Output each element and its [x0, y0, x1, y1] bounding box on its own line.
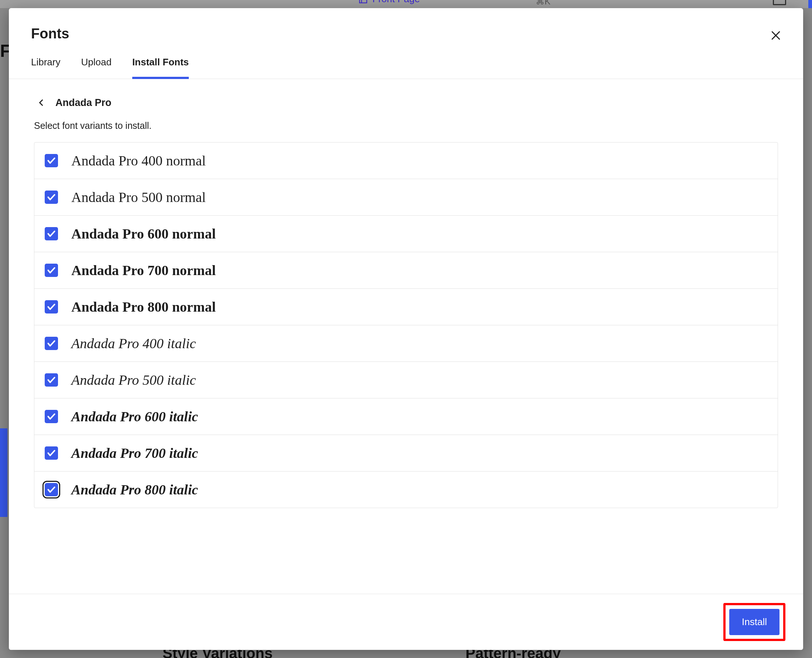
front-page-label: Front Page	[372, 0, 420, 5]
variant-row[interactable]: Andada Pro 700 italic	[35, 435, 777, 472]
variant-row[interactable]: Andada Pro 800 italic	[35, 472, 777, 508]
check-icon	[47, 338, 56, 348]
variant-checkbox[interactable]	[45, 264, 58, 277]
background-blue-edge	[808, 0, 812, 8]
variant-label: Andada Pro 500 italic	[71, 373, 196, 387]
close-button[interactable]	[767, 27, 785, 44]
variant-checkbox[interactable]	[45, 154, 58, 167]
tab-upload[interactable]: Upload	[81, 56, 111, 79]
variant-checkbox[interactable]	[45, 227, 58, 240]
check-icon	[47, 375, 56, 385]
tab-install-fonts[interactable]: Install Fonts	[132, 56, 189, 79]
variant-label: Andada Pro 700 normal	[71, 263, 216, 277]
tabs: LibraryUploadInstall Fonts	[9, 42, 803, 79]
view-icon	[773, 0, 786, 5]
modal-title: Fonts	[31, 26, 781, 42]
variant-checkbox[interactable]	[45, 191, 58, 204]
chevron-left-icon	[37, 99, 46, 107]
variant-label: Andada Pro 700 italic	[71, 446, 198, 460]
modal-footer: Install	[9, 594, 803, 650]
variant-checkbox[interactable]	[45, 337, 58, 350]
background-blue-strip	[0, 428, 7, 517]
close-icon	[770, 29, 782, 42]
variant-row[interactable]: Andada Pro 500 normal	[35, 179, 777, 216]
check-icon	[47, 156, 56, 165]
variant-label: Andada Pro 500 normal	[71, 190, 206, 204]
check-icon	[47, 193, 56, 202]
variant-label: Andada Pro 400 normal	[71, 154, 206, 168]
breadcrumb: Andada Pro	[34, 95, 778, 110]
install-button[interactable]: Install	[729, 609, 779, 635]
variant-label: Andada Pro 800 normal	[71, 300, 216, 314]
tab-library[interactable]: Library	[31, 56, 60, 79]
variant-row[interactable]: Andada Pro 600 normal	[35, 216, 777, 252]
variant-label: Andada Pro 600 italic	[71, 409, 198, 423]
variant-label: Andada Pro 600 normal	[71, 227, 216, 241]
variant-checkbox[interactable]	[45, 300, 58, 313]
check-icon	[47, 302, 56, 312]
install-highlight: Install	[723, 603, 785, 641]
check-icon	[47, 265, 56, 275]
check-icon	[47, 448, 56, 458]
variant-checkbox[interactable]	[45, 483, 58, 496]
variant-label: Andada Pro 400 italic	[71, 336, 196, 351]
variant-list: Andada Pro 400 normalAndada Pro 500 norm…	[34, 142, 778, 508]
fonts-modal: Fonts LibraryUploadInstall Fonts Andada …	[9, 8, 803, 650]
variant-row[interactable]: Andada Pro 500 italic	[35, 362, 777, 398]
variant-row[interactable]: Andada Pro 400 normal	[35, 143, 777, 179]
variant-row[interactable]: Andada Pro 400 italic	[35, 325, 777, 362]
check-icon	[47, 412, 56, 421]
variant-checkbox[interactable]	[45, 410, 58, 423]
variant-label: Andada Pro 800 italic	[71, 483, 198, 497]
background-shortcut: ⌘K	[536, 0, 550, 7]
variant-row[interactable]: Andada Pro 700 normal	[35, 252, 777, 289]
modal-header: Fonts	[9, 8, 803, 42]
check-icon	[47, 229, 56, 238]
variant-checkbox[interactable]	[45, 446, 58, 460]
back-button[interactable]	[34, 95, 49, 110]
breadcrumb-title: Andada Pro	[55, 97, 112, 108]
instruction-text: Select font variants to install.	[34, 121, 778, 131]
variant-checkbox[interactable]	[45, 373, 58, 387]
svg-rect-0	[360, 0, 367, 3]
modal-body: Andada Pro Select font variants to insta…	[9, 79, 803, 594]
variant-row[interactable]: Andada Pro 800 normal	[35, 289, 777, 325]
check-icon	[47, 485, 56, 494]
background-front-page: Front Page	[358, 0, 420, 5]
page-icon	[358, 0, 368, 4]
variant-row[interactable]: Andada Pro 600 italic	[35, 398, 777, 435]
